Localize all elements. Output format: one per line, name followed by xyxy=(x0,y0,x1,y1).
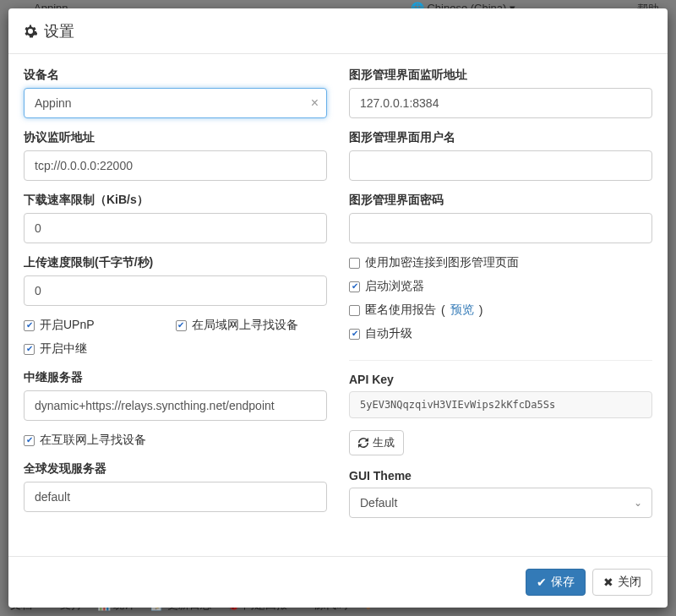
chevron-down-icon: ⌄ xyxy=(634,497,642,509)
upnp-checkbox[interactable]: 开启UPnP xyxy=(24,318,176,333)
start-browser-checkbox[interactable]: 启动浏览器 xyxy=(349,279,652,294)
gui-user-input[interactable] xyxy=(349,150,652,181)
regenerate-label: 生成 xyxy=(373,435,395,450)
relay-label: 开启中继 xyxy=(40,341,87,357)
sync-address-input[interactable] xyxy=(24,150,327,181)
anon-report-label: 匿名使用报告 xyxy=(365,303,436,318)
close-label: 关闭 xyxy=(618,575,641,590)
clear-icon[interactable]: × xyxy=(311,95,319,111)
gear-icon xyxy=(24,25,37,38)
left-column: 设备名 × 协议监听地址 下载速率限制（KiB/s） 上传速度限制(千字节/秒) xyxy=(24,68,327,530)
checkbox-icon xyxy=(24,435,35,446)
api-key-label: API Key xyxy=(349,373,652,386)
close-icon: ✖ xyxy=(603,575,613,589)
api-key-value: 5yEV3NQqzqivH3VIEvWips2kKfcDa5Ss xyxy=(349,391,652,418)
local-discovery-checkbox[interactable]: 在局域网上寻找设备 xyxy=(176,318,328,333)
save-button[interactable]: ✔ 保存 xyxy=(526,569,586,596)
checkbox-icon xyxy=(349,329,360,340)
auto-upgrade-checkbox[interactable]: 自动升级 xyxy=(349,326,652,341)
global-discovery-server-input[interactable] xyxy=(24,482,327,512)
refresh-icon xyxy=(358,438,368,448)
download-rate-input[interactable] xyxy=(24,213,327,243)
modal-body: 设备名 × 协议监听地址 下载速率限制（KiB/s） 上传速度限制(千字节/秒) xyxy=(8,54,668,556)
device-name-input[interactable] xyxy=(24,88,327,118)
relay-checkbox[interactable]: 开启中继 xyxy=(24,341,327,357)
gui-password-input[interactable] xyxy=(349,213,652,243)
modal-header: 设置 xyxy=(8,8,668,54)
upload-rate-input[interactable] xyxy=(24,275,327,306)
local-discovery-label: 在局域网上寻找设备 xyxy=(192,318,298,333)
checkbox-icon xyxy=(24,320,35,331)
checkbox-icon xyxy=(349,258,360,269)
gui-address-label: 图形管理界面监听地址 xyxy=(349,68,652,83)
gui-address-input[interactable] xyxy=(349,88,652,118)
sync-address-label: 协议监听地址 xyxy=(24,130,327,145)
upload-rate-label: 上传速度限制(千字节/秒) xyxy=(24,255,327,270)
save-label: 保存 xyxy=(551,575,575,590)
relay-server-input[interactable] xyxy=(24,390,327,421)
global-discovery-label: 在互联网上寻找设备 xyxy=(40,433,146,448)
gui-theme-select[interactable] xyxy=(349,488,652,518)
start-browser-label: 启动浏览器 xyxy=(365,279,424,294)
checkbox-icon xyxy=(24,344,35,355)
download-rate-label: 下载速率限制（KiB/s） xyxy=(24,193,327,208)
divider xyxy=(349,360,652,361)
settings-modal: 设置 设备名 × 协议监听地址 下载速率限制（KiB/s） xyxy=(8,8,668,608)
modal-title: 设置 xyxy=(44,21,74,41)
global-discovery-checkbox[interactable]: 在互联网上寻找设备 xyxy=(24,433,327,448)
gui-theme-label: GUI Theme xyxy=(349,469,652,482)
regenerate-button[interactable]: 生成 xyxy=(349,430,404,455)
checkbox-icon xyxy=(349,305,360,316)
https-checkbox[interactable]: 使用加密连接到图形管理页面 xyxy=(349,255,652,270)
global-discovery-server-label: 全球发现服务器 xyxy=(24,461,327,477)
anon-report-checkbox[interactable]: 匿名使用报告 (预览) xyxy=(349,303,652,318)
close-button[interactable]: ✖ 关闭 xyxy=(592,569,652,596)
device-name-label: 设备名 xyxy=(24,68,327,83)
checkbox-icon xyxy=(176,320,187,331)
upnp-label: 开启UPnP xyxy=(40,318,95,333)
check-icon: ✔ xyxy=(537,575,547,589)
preview-link[interactable]: 预览 xyxy=(450,303,474,318)
modal-footer: ✔ 保存 ✖ 关闭 xyxy=(8,556,668,608)
gui-password-label: 图形管理界面密码 xyxy=(349,193,652,208)
auto-upgrade-label: 自动升级 xyxy=(365,326,412,341)
gui-user-label: 图形管理界面用户名 xyxy=(349,130,652,145)
checkbox-icon xyxy=(349,281,360,292)
right-column: 图形管理界面监听地址 图形管理界面用户名 图形管理界面密码 使用加密连接到图形管… xyxy=(349,68,652,530)
relay-server-label: 中继服务器 xyxy=(24,370,327,385)
https-label: 使用加密连接到图形管理页面 xyxy=(365,255,519,270)
